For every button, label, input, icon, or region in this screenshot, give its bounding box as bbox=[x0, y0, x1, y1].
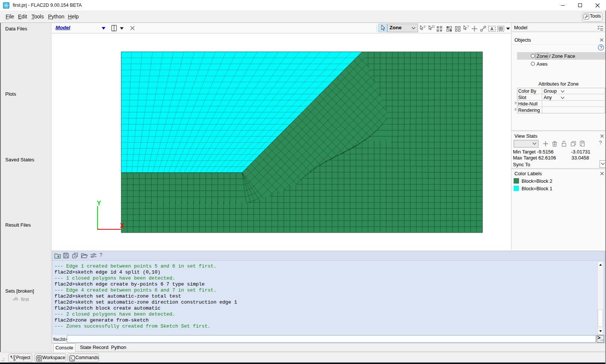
svg-text:Y: Y bbox=[97, 200, 101, 207]
svg-text:?: ? bbox=[600, 45, 603, 50]
svg-text:X: X bbox=[120, 222, 125, 229]
